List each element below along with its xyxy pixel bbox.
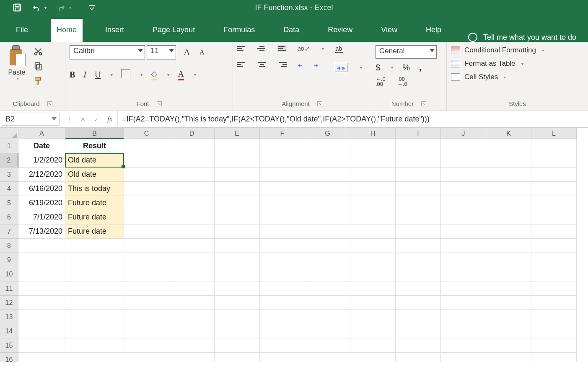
cell-H13[interactable]: [350, 310, 396, 324]
cell-C2[interactable]: [124, 153, 169, 168]
cell-I12[interactable]: [396, 296, 441, 310]
cell-G4[interactable]: [305, 182, 350, 196]
cell-F7[interactable]: [260, 224, 305, 239]
cell-H14[interactable]: [350, 324, 396, 338]
font-dialog-launcher[interactable]: ↘: [157, 101, 162, 106]
row-header-6[interactable]: 6: [0, 210, 18, 224]
cell-D5[interactable]: [169, 196, 215, 210]
cell-C1[interactable]: [124, 139, 169, 153]
cell-H8[interactable]: [350, 239, 396, 253]
cell-C6[interactable]: [124, 210, 169, 224]
save-icon[interactable]: [13, 3, 22, 12]
row-header-2[interactable]: 2: [0, 153, 18, 168]
row-header-5[interactable]: 5: [0, 196, 18, 210]
cell-C5[interactable]: [124, 196, 169, 210]
cell-L12[interactable]: [531, 296, 577, 310]
cell-D2[interactable]: [169, 153, 215, 168]
row-header-14[interactable]: 14: [0, 324, 18, 338]
cell-G13[interactable]: [305, 310, 350, 324]
cell-L5[interactable]: [531, 196, 577, 210]
increase-decimal-icon[interactable]: ←.0 .00: [376, 77, 386, 87]
cell-I16[interactable]: [396, 353, 441, 362]
cell-H3[interactable]: [350, 168, 396, 182]
cell-I10[interactable]: [396, 267, 441, 281]
insert-function-icon[interactable]: fx: [107, 115, 112, 124]
cell-G7[interactable]: [305, 224, 350, 239]
cell-I11[interactable]: [396, 281, 441, 296]
select-all-corner[interactable]: [0, 128, 18, 139]
cell-E8[interactable]: [215, 239, 260, 253]
fill-color-icon[interactable]: ◇: [151, 69, 157, 80]
row-header-10[interactable]: 10: [0, 267, 18, 281]
cell-C11[interactable]: [124, 281, 169, 296]
align-center-icon[interactable]: [257, 62, 267, 67]
number-dialog-launcher[interactable]: ↘: [421, 101, 426, 106]
cell-G10[interactable]: [305, 267, 350, 281]
font-color-icon[interactable]: A: [178, 69, 184, 80]
cell-D8[interactable]: [169, 239, 215, 253]
cell-J5[interactable]: [441, 196, 486, 210]
cell-B9[interactable]: [65, 253, 124, 267]
cell-A1[interactable]: Date: [18, 139, 65, 153]
cell-C13[interactable]: [124, 310, 169, 324]
cell-B1[interactable]: Result: [65, 139, 124, 153]
cell-I4[interactable]: [396, 182, 441, 196]
cell-K11[interactable]: [486, 281, 531, 296]
alignment-dialog-launcher[interactable]: ↘: [317, 101, 322, 106]
cell-E11[interactable]: [215, 281, 260, 296]
tell-me-search[interactable]: Tell me what you want to do: [468, 33, 576, 42]
cell-J3[interactable]: [441, 168, 486, 182]
cell-J13[interactable]: [441, 310, 486, 324]
cell-A11[interactable]: [18, 281, 65, 296]
cell-K5[interactable]: [486, 196, 531, 210]
cancel-icon[interactable]: ✕: [80, 116, 85, 123]
cell-L11[interactable]: [531, 281, 577, 296]
row-header-1[interactable]: 1: [0, 139, 18, 153]
font-name-selector[interactable]: Calibri: [70, 45, 145, 59]
cell-A2[interactable]: 1/2/2020: [18, 153, 65, 168]
cell-C16[interactable]: [124, 353, 169, 362]
align-right-icon[interactable]: [277, 62, 287, 67]
cell-K6[interactable]: [486, 210, 531, 224]
cell-L15[interactable]: [531, 338, 577, 353]
row-header-3[interactable]: 3: [0, 168, 18, 182]
row-header-7[interactable]: 7: [0, 224, 18, 239]
copy-icon[interactable]: [34, 62, 43, 72]
cell-H2[interactable]: [350, 153, 396, 168]
cell-F9[interactable]: [260, 253, 305, 267]
cell-A6[interactable]: 7/1/2020: [18, 210, 65, 224]
cell-K15[interactable]: [486, 338, 531, 353]
cell-J1[interactable]: [441, 139, 486, 153]
cell-J7[interactable]: [441, 224, 486, 239]
cell-G11[interactable]: [305, 281, 350, 296]
tab-page-layout[interactable]: Page Layout: [147, 19, 201, 42]
cell-J8[interactable]: [441, 239, 486, 253]
cell-H10[interactable]: [350, 267, 396, 281]
cell-E6[interactable]: [215, 210, 260, 224]
cell-K16[interactable]: [486, 353, 531, 362]
tab-formulas[interactable]: Formulas: [218, 19, 261, 42]
row-header-13[interactable]: 13: [0, 310, 18, 324]
cell-G14[interactable]: [305, 324, 350, 338]
cell-E7[interactable]: [215, 224, 260, 239]
cell-F12[interactable]: [260, 296, 305, 310]
col-header-F[interactable]: F: [260, 128, 305, 139]
cell-K14[interactable]: [486, 324, 531, 338]
cell-C14[interactable]: [124, 324, 169, 338]
cell-C9[interactable]: [124, 253, 169, 267]
accounting-format-icon[interactable]: $: [376, 63, 380, 72]
row-header-15[interactable]: 15: [0, 338, 18, 353]
cell-F14[interactable]: [260, 324, 305, 338]
formula-input[interactable]: [118, 111, 588, 127]
cell-L8[interactable]: [531, 239, 577, 253]
cell-F10[interactable]: [260, 267, 305, 281]
cell-F15[interactable]: [260, 338, 305, 353]
tab-data[interactable]: Data: [277, 19, 305, 42]
row-header-9[interactable]: 9: [0, 253, 18, 267]
percent-format-icon[interactable]: %: [402, 63, 410, 72]
cell-G6[interactable]: [305, 210, 350, 224]
cell-K13[interactable]: [486, 310, 531, 324]
cell-E16[interactable]: [215, 353, 260, 362]
cell-H9[interactable]: [350, 253, 396, 267]
cell-D10[interactable]: [169, 267, 215, 281]
